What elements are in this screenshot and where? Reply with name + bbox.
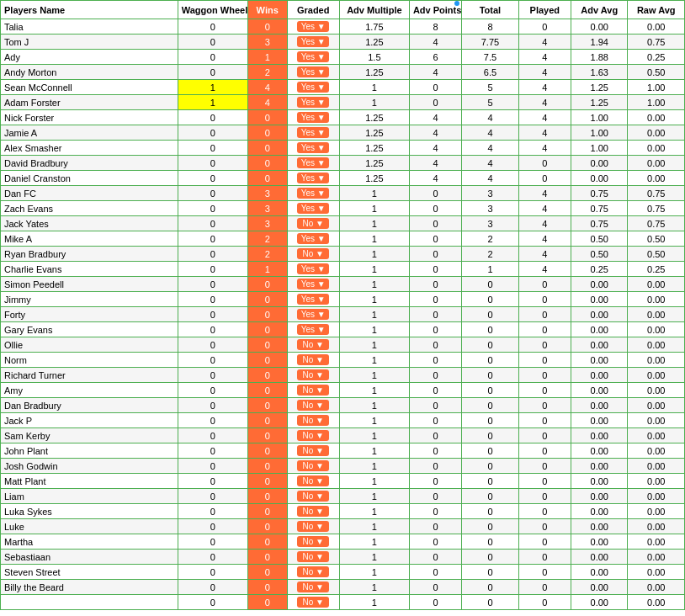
waggon-wheels: 1 bbox=[178, 95, 247, 110]
graded[interactable]: Yes ▼ bbox=[287, 141, 339, 156]
graded[interactable]: Yes ▼ bbox=[287, 322, 339, 337]
graded[interactable]: No ▼ bbox=[287, 443, 339, 459]
adv-avg: 0.75 bbox=[571, 201, 627, 216]
total: 1 bbox=[462, 262, 518, 277]
raw-avg: 0.00 bbox=[628, 292, 685, 307]
adv-avg: 0.00 bbox=[571, 595, 627, 610]
waggon-wheels: 0 bbox=[178, 307, 247, 322]
graded[interactable]: Yes ▼ bbox=[287, 19, 339, 35]
graded[interactable]: No ▼ bbox=[287, 580, 339, 595]
played: 0 bbox=[518, 428, 571, 443]
graded[interactable]: Yes ▼ bbox=[287, 110, 339, 125]
graded[interactable]: No ▼ bbox=[287, 550, 339, 565]
graded[interactable]: Yes ▼ bbox=[287, 262, 339, 277]
wins: 0 bbox=[247, 171, 287, 186]
graded[interactable]: No ▼ bbox=[287, 413, 339, 428]
played: 4 bbox=[518, 50, 571, 65]
graded[interactable]: Yes ▼ bbox=[287, 292, 339, 307]
graded[interactable]: No ▼ bbox=[287, 398, 339, 413]
wins: 0 bbox=[247, 141, 287, 156]
graded[interactable]: No ▼ bbox=[287, 247, 339, 262]
adv-avg: 0.00 bbox=[571, 413, 627, 428]
wins: 3 bbox=[247, 201, 287, 216]
adv-multiple: 1 bbox=[339, 307, 409, 322]
graded[interactable]: No ▼ bbox=[287, 519, 339, 534]
adv-points: 0 bbox=[409, 277, 461, 292]
player-name: Gary Evans bbox=[1, 322, 178, 337]
adv-multiple: 1 bbox=[339, 474, 409, 489]
table-row: Richard Turner00No ▼10000.000.00 bbox=[1, 368, 685, 383]
graded[interactable]: No ▼ bbox=[287, 565, 339, 580]
graded[interactable]: Yes ▼ bbox=[287, 80, 339, 95]
adv-points: 0 bbox=[409, 247, 461, 262]
graded[interactable]: Yes ▼ bbox=[287, 186, 339, 201]
adv-points: 0 bbox=[409, 80, 461, 95]
table-row: Talia00Yes ▼1.758800.000.00 bbox=[1, 19, 685, 35]
graded[interactable]: No ▼ bbox=[287, 595, 339, 610]
graded[interactable]: Yes ▼ bbox=[287, 201, 339, 216]
graded[interactable]: Yes ▼ bbox=[287, 156, 339, 171]
adv-multiple: 1.25 bbox=[339, 35, 409, 50]
graded[interactable]: No ▼ bbox=[287, 504, 339, 519]
player-name: Jimmy bbox=[1, 292, 178, 307]
graded[interactable]: Yes ▼ bbox=[287, 95, 339, 110]
adv-multiple: 1 bbox=[339, 534, 409, 550]
played: 0 bbox=[518, 519, 571, 534]
adv-avg: 0.00 bbox=[571, 322, 627, 337]
graded[interactable]: No ▼ bbox=[287, 459, 339, 474]
graded[interactable]: No ▼ bbox=[287, 489, 339, 504]
adv-multiple: 1.5 bbox=[339, 50, 409, 65]
waggon-wheels: 0 bbox=[178, 231, 247, 247]
graded[interactable]: No ▼ bbox=[287, 534, 339, 550]
raw-avg: 1.00 bbox=[628, 80, 685, 95]
table-row: Jack P00No ▼10000.000.00 bbox=[1, 413, 685, 428]
player-name: Martha bbox=[1, 534, 178, 550]
adv-multiple: 1 bbox=[339, 186, 409, 201]
wins: 0 bbox=[247, 580, 287, 595]
graded[interactable]: Yes ▼ bbox=[287, 277, 339, 292]
graded[interactable]: No ▼ bbox=[287, 368, 339, 383]
table-row: Sebastiaan00No ▼10000.000.00 bbox=[1, 550, 685, 565]
adv-points: 0 bbox=[409, 383, 461, 398]
adv-avg: 0.00 bbox=[571, 504, 627, 519]
adv-multiple: 1 bbox=[339, 489, 409, 504]
graded[interactable]: No ▼ bbox=[287, 216, 339, 231]
graded[interactable]: Yes ▼ bbox=[287, 307, 339, 322]
adv-avg: 1.00 bbox=[571, 141, 627, 156]
table-row: Liam00No ▼10000.000.00 bbox=[1, 489, 685, 504]
graded[interactable]: Yes ▼ bbox=[287, 231, 339, 247]
adv-points: 0 bbox=[409, 216, 461, 231]
graded[interactable]: Yes ▼ bbox=[287, 35, 339, 50]
graded[interactable]: No ▼ bbox=[287, 383, 339, 398]
played: 0 bbox=[518, 171, 571, 186]
wins: 0 bbox=[247, 428, 287, 443]
graded[interactable]: Yes ▼ bbox=[287, 50, 339, 65]
wins: 0 bbox=[247, 504, 287, 519]
graded[interactable]: No ▼ bbox=[287, 337, 339, 353]
graded[interactable]: No ▼ bbox=[287, 474, 339, 489]
graded[interactable]: No ▼ bbox=[287, 353, 339, 368]
table-row: Luka Sykes00No ▼10000.000.00 bbox=[1, 504, 685, 519]
played: 0 bbox=[518, 443, 571, 459]
adv-points: 0 bbox=[409, 337, 461, 353]
table-row: Jack Yates03No ▼10340.750.75 bbox=[1, 216, 685, 231]
graded[interactable]: No ▼ bbox=[287, 428, 339, 443]
wins: 2 bbox=[247, 247, 287, 262]
total: 0 bbox=[462, 322, 518, 337]
adv-points: 0 bbox=[409, 595, 461, 610]
wins: 0 bbox=[247, 459, 287, 474]
graded[interactable]: Yes ▼ bbox=[287, 65, 339, 80]
graded[interactable]: Yes ▼ bbox=[287, 171, 339, 186]
adv-points: 8 bbox=[409, 19, 461, 35]
table-row: Ryan Bradbury02No ▼10240.500.50 bbox=[1, 247, 685, 262]
raw-avg: 0.75 bbox=[628, 186, 685, 201]
wins: 4 bbox=[247, 95, 287, 110]
adv-points: 0 bbox=[409, 504, 461, 519]
table-row: 00No ▼10000.000.00 bbox=[1, 595, 685, 610]
wins: 0 bbox=[247, 443, 287, 459]
player-name: Ryan Bradbury bbox=[1, 247, 178, 262]
graded[interactable]: Yes ▼ bbox=[287, 125, 339, 141]
adv-avg: 0.50 bbox=[571, 231, 627, 247]
wins: 2 bbox=[247, 65, 287, 80]
table-row: Ady01Yes ▼1.567.541.880.25 bbox=[1, 50, 685, 65]
